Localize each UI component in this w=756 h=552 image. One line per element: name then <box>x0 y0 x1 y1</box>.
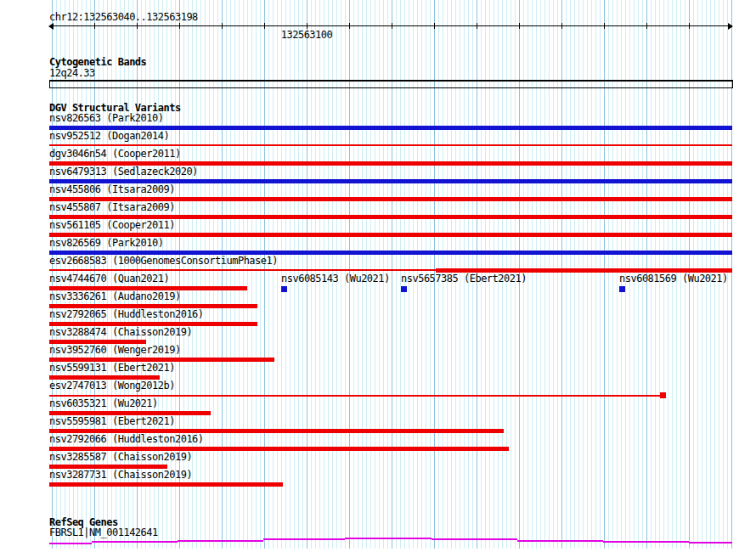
gene-line-segment[interactable] <box>92 541 178 543</box>
gene-line-segment[interactable] <box>432 538 517 540</box>
variant-label: nsv3952760 (Wenger2019) <box>49 345 181 355</box>
ruler-tick <box>646 23 647 29</box>
variant-label: nsv561105 (Cooper2011) <box>49 220 175 230</box>
ruler-tick <box>392 23 392 29</box>
variant-label: nsv6081569 (Wu2021) <box>619 273 728 284</box>
variant-label: esv2747013 (Wong2012b) <box>49 380 175 391</box>
ruler-tick-label: 132563100 <box>281 30 333 40</box>
variant-label: nsv5599131 (Ebert2021) <box>49 363 175 373</box>
variant-label: nsv3285587 (Chaisson2019) <box>49 452 192 462</box>
cytoband-glyph[interactable] <box>49 80 733 88</box>
section-title-cytogenetic-bands: Cytogenetic Bands <box>49 57 146 67</box>
variant-point[interactable] <box>660 392 666 398</box>
variant-label: nsv2792066 (Huddleston2016) <box>49 434 204 444</box>
variant-label: nsv5657385 (Ebert2021) <box>401 273 527 284</box>
variant-label: nsv952512 (Dogan2014) <box>49 131 169 141</box>
gene-line-segment[interactable] <box>49 543 92 544</box>
variant-label: nsv6479313 (Sedlazeck2020) <box>49 166 198 177</box>
variant-point[interactable] <box>619 286 625 292</box>
ruler-tick <box>264 23 265 29</box>
variant-label: nsv455807 (Itsara2009) <box>49 202 175 212</box>
ruler-right-arrow-icon <box>728 23 733 30</box>
ruler-tick <box>222 23 223 29</box>
genome-browser-view: chr12:132563040..132563198 132563100 Cyt… <box>0 0 756 552</box>
gene-line-segment[interactable] <box>345 538 432 539</box>
ruler-tick <box>179 23 180 29</box>
variant-label: nsv4744670 (Quan2021) <box>49 273 169 284</box>
variant-line[interactable] <box>49 144 732 146</box>
cytoband-name: 12q24.33 <box>49 68 95 78</box>
ruler-tick <box>434 23 435 29</box>
variant-label: nsv826563 (Park2010) <box>49 113 164 123</box>
ruler-tick <box>561 23 562 29</box>
region-coordinates: chr12:132563040..132563198 <box>49 12 198 22</box>
ruler-tick <box>689 23 690 29</box>
gene-line-segment[interactable] <box>263 538 345 540</box>
variant-bar[interactable] <box>49 482 283 487</box>
variant-point[interactable] <box>281 286 287 292</box>
variant-label: nsv826569 (Park2010) <box>49 238 164 248</box>
ruler-tick <box>477 23 477 29</box>
variant-label: nsv3288474 (Chaisson2019) <box>49 327 192 337</box>
variant-line[interactable] <box>49 269 436 271</box>
variant-label: nsv3287731 (Chaisson2019) <box>49 470 192 480</box>
variant-label: nsv6035321 (Wu2021) <box>49 398 158 408</box>
variant-label: nsv3336261 (Audano2019) <box>49 291 181 301</box>
variant-line[interactable] <box>49 395 660 397</box>
ruler-tick <box>94 23 95 29</box>
ruler-tick <box>137 23 138 29</box>
gene-line-segment[interactable] <box>178 540 263 542</box>
ruler-tick <box>604 23 605 29</box>
variant-label: nsv6085143 (Wu2021) <box>281 273 390 284</box>
gene-line-segment[interactable] <box>689 542 732 544</box>
ruler-line <box>49 25 732 26</box>
ruler-tick <box>307 23 307 29</box>
gene-line-segment[interactable] <box>603 541 689 543</box>
variant-label: dgv3046n54 (Cooper2011) <box>49 149 181 159</box>
variant-label: nsv5595981 (Ebert2021) <box>49 416 175 426</box>
variant-label: esv2668583 (1000GenomesConsortiumPhase1) <box>49 256 278 266</box>
ruler-left-arrow-icon <box>48 23 54 30</box>
ruler-tick <box>519 23 520 29</box>
ruler-tick <box>349 23 350 29</box>
variant-label: nsv455806 (Itsara2009) <box>49 184 175 194</box>
gene-name: FBRSL1|NM_001142641 <box>49 527 158 538</box>
gene-line-segment[interactable] <box>517 540 603 542</box>
variant-point[interactable] <box>401 286 407 292</box>
variant-label: nsv2792065 (Huddleston2016) <box>49 309 204 319</box>
